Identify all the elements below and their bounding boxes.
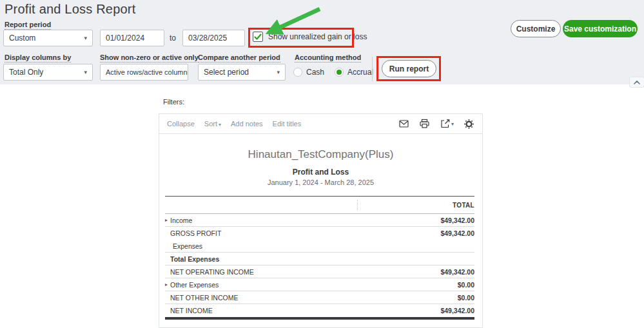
display-columns-label[interactable]: Display columns by <box>5 53 71 63</box>
column-separator <box>357 200 358 210</box>
chevron-down-icon: ▾ <box>451 121 454 127</box>
run-report-button[interactable]: Run report <box>382 60 436 77</box>
total-column-header: TOTAL <box>453 202 474 209</box>
accrual-radio-label: Accrual <box>347 68 373 77</box>
row-value[interactable]: $49,342.00 <box>440 268 474 276</box>
row-label: NET OPERATING INCOME <box>170 268 440 276</box>
date-from-value: 01/01/2024 <box>106 34 144 43</box>
chevron-down-icon: ▾ <box>273 69 280 75</box>
table-row-total-expenses: Total Expenses <box>165 253 474 265</box>
report-period-select[interactable]: Custom ▾ <box>3 30 93 46</box>
collapse-link[interactable]: Collapse <box>167 120 195 128</box>
sort-link[interactable]: Sort▾ <box>204 120 221 128</box>
print-icon[interactable] <box>419 119 430 129</box>
nonzero-active-value: Active rows/active columns <box>106 68 188 76</box>
customize-button[interactable]: Customize <box>511 20 561 37</box>
profit-loss-table: TOTAL ▸ Income $49,342.00 GROSS PROFIT $… <box>165 196 474 320</box>
cash-radio-label: Cash <box>306 68 324 77</box>
table-bottom-double-rule <box>165 317 474 320</box>
company-name: Hinautan_TestCompany(Plus) <box>159 148 482 161</box>
accrual-radio-option[interactable]: Accrual <box>335 68 373 77</box>
date-to-value: 03/28/2025 <box>188 34 227 43</box>
radio-selected-icon[interactable] <box>335 68 344 77</box>
to-label: to <box>170 34 176 43</box>
sort-link-label: Sort <box>204 120 217 128</box>
filters-label: Filters: <box>163 98 184 106</box>
accounting-method-radios: Cash Accrual <box>293 68 373 77</box>
row-value[interactable]: $49,342.00 <box>440 229 474 237</box>
run-report-label: Run report <box>389 64 429 73</box>
report-period-label[interactable]: Report period <box>5 21 51 30</box>
compare-period-value: Select period <box>204 68 249 77</box>
compare-period-label[interactable]: Compare another period <box>198 53 280 63</box>
row-value[interactable]: $0.00 <box>458 281 474 289</box>
settings-gear-icon[interactable] <box>463 119 474 130</box>
nonzero-active-label[interactable]: Show non-zero or active only <box>100 53 199 63</box>
table-header-row: TOTAL <box>165 197 474 214</box>
report-toolbar: Collapse Sort▾ Add notes Edit titles ▾ <box>159 114 482 134</box>
chevron-down-icon: ▾ <box>219 122 221 128</box>
radio-unselected-icon[interactable] <box>293 68 302 77</box>
table-row-expenses: Expenses <box>165 240 474 253</box>
expand-caret-icon[interactable]: ▸ <box>165 282 170 287</box>
toolbar-icons: ▾ <box>398 119 474 130</box>
date-from-field[interactable]: 01/01/2024 <box>100 30 164 46</box>
profit-and-loss-report-page: Profit and Loss Report Report period Cus… <box>0 0 644 328</box>
row-label: NET OTHER INCOME <box>170 294 458 302</box>
report-date-range: January 1, 2024 - March 28, 2025 <box>159 178 482 186</box>
row-label: Other Expenses <box>170 281 458 289</box>
accounting-method-label[interactable]: Accounting method <box>295 53 361 63</box>
report-title: Profit and Loss <box>159 168 482 177</box>
checkbox-checked-icon[interactable] <box>253 32 263 42</box>
chevron-down-icon: ▾ <box>80 69 87 75</box>
date-to-field[interactable]: 03/28/2025 <box>182 30 245 46</box>
cash-radio-option[interactable]: Cash <box>293 68 324 77</box>
nonzero-active-select[interactable]: Active rows/active columns ▾ <box>100 64 188 81</box>
table-row-gross-profit: GROSS PROFIT $49,342.00 <box>165 227 474 240</box>
expand-caret-icon[interactable]: ▸ <box>165 217 170 223</box>
save-customization-button[interactable]: Save customization <box>563 20 638 37</box>
chevron-up-icon <box>634 81 640 84</box>
email-icon[interactable] <box>398 119 409 129</box>
row-label: Expenses <box>173 242 474 250</box>
edit-titles-link[interactable]: Edit titles <box>273 120 302 128</box>
collapse-header-button[interactable] <box>629 77 644 88</box>
row-label: NET INCOME <box>170 307 440 314</box>
unrealized-gain-checkbox-label: Show unrealized gain or loss <box>268 32 367 41</box>
customize-button-label: Customize <box>516 24 556 34</box>
table-row-other-expenses[interactable]: ▸ Other Expenses $0.00 <box>165 278 474 291</box>
save-customization-label: Save customization <box>564 24 636 34</box>
row-value[interactable]: $49,342.00 <box>440 217 474 224</box>
table-row-income[interactable]: ▸ Income $49,342.00 <box>165 214 474 227</box>
row-value[interactable]: $0.00 <box>458 294 474 302</box>
report-panel: Collapse Sort▾ Add notes Edit titles ▾ <box>159 113 483 328</box>
display-columns-value: Total Only <box>9 68 43 77</box>
vertical-divider <box>372 57 373 81</box>
row-label: GROSS PROFIT <box>170 229 440 237</box>
row-label: Total Expenses <box>170 255 474 263</box>
table-row-net-other-income: NET OTHER INCOME $0.00 <box>165 291 474 304</box>
unrealized-gain-checkbox-row[interactable]: Show unrealized gain or loss <box>253 32 367 42</box>
row-value[interactable]: $49,342.00 <box>440 307 474 314</box>
compare-period-select[interactable]: Select period ▾ <box>198 64 286 81</box>
row-label: Income <box>170 217 440 224</box>
page-title: Profit and Loss Report <box>5 2 135 17</box>
table-row-net-income: NET INCOME $49,342.00 <box>165 304 474 317</box>
add-notes-link[interactable]: Add notes <box>231 120 263 128</box>
table-row-net-operating-income: NET OPERATING INCOME $49,342.00 <box>165 265 474 278</box>
export-icon[interactable]: ▾ <box>440 119 454 129</box>
chevron-down-icon: ▾ <box>80 35 87 41</box>
report-period-value: Custom <box>9 34 35 43</box>
display-columns-select[interactable]: Total Only ▾ <box>3 64 93 81</box>
